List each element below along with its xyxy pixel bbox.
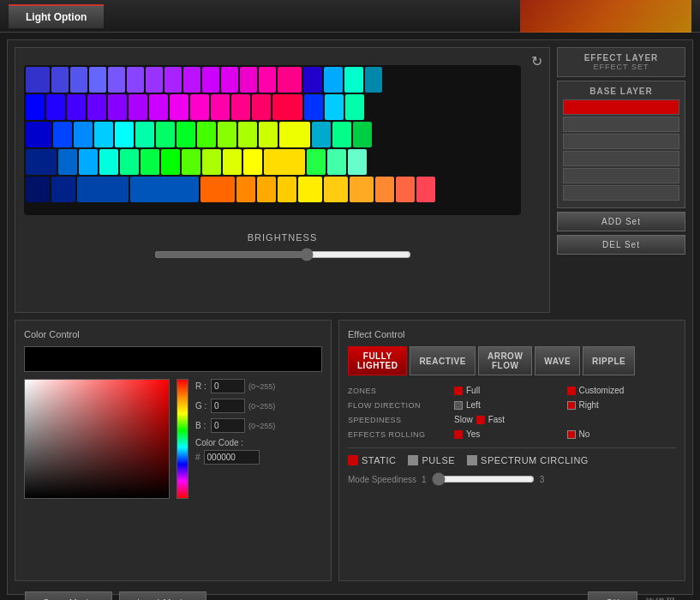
- tab-reactive[interactable]: REACTIVE: [410, 346, 476, 375]
- kb-key[interactable]: [127, 67, 144, 93]
- flow-left-option[interactable]: Left: [454, 400, 564, 410]
- kb-key[interactable]: [161, 149, 180, 175]
- kb-key[interactable]: [243, 149, 262, 175]
- kb-key[interactable]: [218, 122, 236, 147]
- kb-key[interactable]: [259, 67, 276, 93]
- kb-key[interactable]: [307, 149, 326, 175]
- tab-arrow-flow[interactable]: ARROWFLOW: [478, 346, 532, 375]
- kb-key[interactable]: [74, 122, 93, 147]
- kb-key[interactable]: [67, 94, 86, 120]
- static-effect[interactable]: STATIC: [348, 455, 396, 465]
- kb-key[interactable]: [200, 177, 235, 202]
- kb-key[interactable]: [170, 94, 188, 120]
- kb-key[interactable]: [46, 94, 65, 120]
- kb-key[interactable]: [156, 122, 175, 147]
- tab-wave[interactable]: WAVE: [535, 346, 580, 375]
- rolling-no-radio[interactable]: [567, 430, 576, 439]
- kb-key[interactable]: [278, 67, 302, 93]
- kb-key[interactable]: [304, 94, 323, 120]
- kb-key[interactable]: [141, 149, 159, 175]
- kb-key[interactable]: [26, 149, 57, 175]
- zones-customized-option[interactable]: Customized: [567, 386, 677, 395]
- layer-slot-2[interactable]: [563, 117, 679, 132]
- kb-key[interactable]: [279, 122, 310, 147]
- layer-slot-4[interactable]: [563, 151, 679, 166]
- rolling-no-option[interactable]: No: [567, 429, 677, 439]
- layer-slot-6[interactable]: [563, 185, 679, 201]
- layer-slot-1[interactable]: [563, 99, 679, 115]
- ok-button[interactable]: OK: [588, 591, 637, 600]
- kb-key[interactable]: [87, 94, 106, 120]
- kb-key[interactable]: [211, 94, 230, 120]
- mode-speed-slider[interactable]: [432, 472, 535, 486]
- kb-key[interactable]: [202, 149, 221, 175]
- kb-key[interactable]: [149, 94, 168, 120]
- rolling-yes-option[interactable]: Yes: [454, 429, 564, 439]
- kb-key[interactable]: [108, 67, 125, 93]
- kb-key[interactable]: [146, 67, 163, 93]
- kb-key[interactable]: [259, 122, 278, 147]
- kb-key[interactable]: [99, 149, 118, 175]
- kb-key[interactable]: [70, 67, 87, 93]
- kb-key[interactable]: [238, 122, 257, 147]
- brightness-slider[interactable]: [154, 248, 411, 261]
- kb-key[interactable]: [278, 177, 296, 202]
- kb-key[interactable]: [252, 94, 271, 120]
- kb-key[interactable]: [89, 67, 106, 93]
- kb-key[interactable]: [332, 122, 351, 147]
- kb-key[interactable]: [51, 67, 69, 93]
- kb-key[interactable]: [135, 122, 154, 147]
- kb-key[interactable]: [176, 122, 195, 147]
- kb-key[interactable]: [26, 67, 50, 93]
- kb-key[interactable]: [108, 94, 127, 120]
- kb-key[interactable]: [298, 177, 322, 202]
- kb-key[interactable]: [120, 149, 139, 175]
- kb-key[interactable]: [312, 122, 331, 147]
- kb-key[interactable]: [223, 149, 242, 175]
- r-input[interactable]: [211, 379, 245, 393]
- kb-key[interactable]: [236, 177, 255, 202]
- kb-key[interactable]: [94, 122, 113, 147]
- kb-key[interactable]: [257, 177, 276, 202]
- kb-key[interactable]: [115, 122, 134, 147]
- kb-key[interactable]: [303, 67, 322, 93]
- layer-slot-5[interactable]: [563, 168, 679, 183]
- kb-key[interactable]: [344, 67, 363, 93]
- color-spectrum[interactable]: [176, 379, 188, 499]
- kb-key[interactable]: [51, 177, 75, 202]
- pulse-effect[interactable]: PULSE: [408, 455, 455, 465]
- kb-key[interactable]: [183, 67, 200, 93]
- color-code-input[interactable]: [204, 450, 260, 465]
- kb-key[interactable]: [416, 177, 435, 202]
- zones-full-option[interactable]: Full: [454, 386, 564, 395]
- kb-key[interactable]: [165, 67, 182, 93]
- kb-key[interactable]: [26, 177, 50, 202]
- flow-right-radio[interactable]: [567, 401, 576, 410]
- light-option-tab[interactable]: Light Option: [9, 4, 104, 28]
- kb-key[interactable]: [325, 94, 344, 120]
- kb-key[interactable]: [264, 149, 305, 175]
- flow-left-radio[interactable]: [454, 401, 463, 410]
- b-input[interactable]: [211, 418, 245, 433]
- kb-key[interactable]: [79, 149, 98, 175]
- layer-slot-3[interactable]: [563, 134, 679, 149]
- kb-key[interactable]: [77, 177, 129, 202]
- kb-key[interactable]: [327, 149, 346, 175]
- del-set-button[interactable]: DEL Set: [557, 235, 685, 255]
- spectrum-effect[interactable]: SPECTRUM CIRCLING: [467, 455, 589, 465]
- kb-key[interactable]: [375, 177, 394, 202]
- kb-key[interactable]: [324, 67, 343, 93]
- zones-full-radio[interactable]: [454, 387, 463, 395]
- zones-customized-radio[interactable]: [567, 387, 576, 395]
- kb-key[interactable]: [190, 94, 209, 120]
- kb-key[interactable]: [129, 94, 147, 120]
- kb-key[interactable]: [197, 122, 216, 147]
- tab-ripple[interactable]: RIPPLE: [583, 346, 635, 375]
- kb-key[interactable]: [350, 177, 374, 202]
- kb-key[interactable]: [182, 149, 200, 175]
- add-set-button[interactable]: ADD Set: [557, 212, 685, 231]
- kb-key[interactable]: [348, 149, 367, 175]
- kb-key[interactable]: [130, 177, 199, 202]
- flow-right-option[interactable]: Right: [567, 400, 677, 410]
- kb-key[interactable]: [396, 177, 415, 202]
